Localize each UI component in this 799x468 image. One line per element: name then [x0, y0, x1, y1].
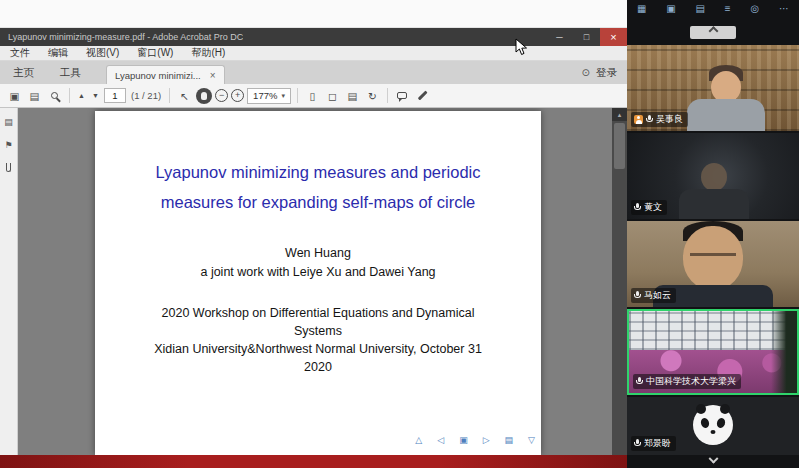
page-count-label: (1 / 21) — [131, 90, 161, 101]
window-title: Lyapunov minimizing-measure.pdf - Adobe … — [0, 32, 243, 42]
participant-tile-3[interactable]: 马如云 — [627, 221, 799, 307]
slide-title: Lyapunov minimizing measures and periodi… — [95, 157, 541, 217]
acrobat-titlebar: Lyapunov minimizing-measure.pdf - Adobe … — [0, 28, 627, 46]
screen: Lyapunov minimizing-measure.pdf - Adobe … — [0, 0, 799, 468]
slide-author: Wen Huang — [95, 244, 541, 263]
shared-screen: Lyapunov minimizing-measure.pdf - Adobe … — [0, 0, 627, 468]
zoom-in-icon[interactable]: + — [231, 89, 244, 102]
minimize-button[interactable]: ─ — [546, 28, 573, 46]
members-icon[interactable]: ≡ — [725, 3, 731, 14]
slide-event-line4: 2020 — [95, 358, 541, 376]
presenter-taskbar — [0, 455, 627, 468]
toolbar-divider — [69, 88, 70, 103]
share-icon[interactable]: ▤ — [696, 3, 705, 14]
participant-tile-4-active-speaker[interactable]: 中国科学技术大学梁兴 — [627, 309, 799, 395]
nav-down-icon[interactable]: ▽ — [528, 435, 535, 445]
slide-event-block: 2020 Workshop on Differential Equations … — [95, 304, 541, 376]
sign-in-button[interactable]: 登录 — [596, 66, 617, 80]
zoom-level-dropdown[interactable]: 177% ▾ — [247, 88, 291, 104]
settings-icon[interactable]: ◎ — [750, 3, 759, 14]
tabbar-right: ⊙ 登录 — [582, 66, 627, 80]
tab-document-label: Lyapunov minimizi... — [115, 70, 201, 81]
save-icon[interactable]: ▣ — [6, 87, 23, 104]
vertical-scrollbar[interactable]: ▴ — [612, 108, 627, 455]
scrollbar-thumb[interactable] — [614, 123, 625, 169]
participant-tile-1[interactable]: 吴事良 — [627, 45, 799, 131]
zoom-level-value: 177% — [253, 90, 277, 101]
menu-edit[interactable]: 编辑 — [48, 46, 68, 60]
panda-avatar — [693, 405, 733, 445]
page-number-input[interactable] — [104, 88, 126, 103]
slide-event-line3: Xidian University&Northwest Normal Unive… — [95, 340, 541, 358]
two-page-view-icon[interactable]: ▤ — [344, 87, 361, 104]
chevron-down-icon — [708, 454, 718, 464]
beamer-navigation-bar: △ ◁ ▣ ▷ ▤ ▽ — [415, 435, 539, 445]
pdf-page: Lyapunov minimizing measures and periodi… — [95, 111, 541, 455]
participant-name: 黄文 — [644, 201, 662, 214]
collapse-panel-button[interactable] — [690, 26, 736, 39]
single-page-view-icon[interactable]: ▯ — [304, 87, 321, 104]
menu-help[interactable]: 帮助(H) — [191, 46, 225, 60]
zoom-out-icon[interactable]: − — [215, 89, 228, 102]
previous-page-icon[interactable]: ▲ — [76, 87, 87, 104]
slide-title-line2: measures for expanding self-maps of circ… — [95, 187, 541, 217]
menu-view[interactable]: 视图(V) — [86, 46, 119, 60]
scrollbar-up-icon[interactable]: ▴ — [612, 108, 627, 121]
glasses — [690, 253, 736, 256]
acrobat-workspace: ▤ ⚑ Lyapunov minimizing measures and per… — [0, 108, 627, 455]
page-thumbnails-icon[interactable]: ▤ — [4, 117, 13, 127]
shared-screen-top-strip — [0, 0, 627, 28]
tab-close-icon[interactable]: × — [210, 70, 216, 81]
chevron-down-icon: ▾ — [281, 92, 285, 100]
meeting-panel: ▦ ▣ ▤ ≡ ◎ ⋯ 吴事良 — [627, 0, 799, 468]
participant-name: 马如云 — [644, 289, 671, 302]
participant-name: 中国科学技术大学梁兴 — [646, 375, 736, 388]
participant-tile-5[interactable]: 郑景盼 — [627, 397, 799, 455]
participant-label: 黄文 — [631, 200, 667, 215]
participant-name: 吴事良 — [656, 113, 683, 126]
print-icon[interactable]: ▤ — [26, 87, 43, 104]
slide-collaboration: a joint work with Leiye Xu and Dawei Yan… — [95, 263, 541, 282]
acrobat-menubar: 文件 编辑 视图(V) 窗口(W) 帮助(H) — [0, 46, 627, 61]
participant-name: 郑景盼 — [644, 437, 671, 450]
bookmarks-icon[interactable]: ⚑ — [4, 140, 12, 150]
nav-left-icon[interactable]: ◁ — [437, 435, 444, 445]
menu-window[interactable]: 窗口(W) — [137, 46, 173, 60]
tab-home[interactable]: 主页 — [0, 61, 47, 84]
participant-label: 吴事良 — [631, 112, 688, 127]
close-button[interactable]: × — [600, 28, 627, 46]
attachments-icon[interactable] — [6, 163, 11, 172]
search-icon[interactable] — [46, 87, 63, 104]
toolbar-divider — [297, 88, 298, 103]
mic-icon — [634, 291, 641, 300]
select-tool-icon[interactable]: ↖ — [176, 87, 193, 104]
speaker-view-icon[interactable]: ▣ — [666, 3, 675, 14]
document-area[interactable]: Lyapunov minimizing measures and periodi… — [18, 108, 612, 455]
rotate-view-icon[interactable]: ↻ — [364, 87, 381, 104]
more-icon[interactable]: ⋯ — [779, 3, 789, 14]
tab-tools[interactable]: 工具 — [47, 61, 94, 84]
gallery-view-icon[interactable]: ▦ — [637, 3, 646, 14]
nav-page-icon[interactable]: ▣ — [459, 435, 468, 445]
maximize-button[interactable]: □ — [573, 28, 600, 46]
scroll-participants-down-button[interactable] — [627, 455, 799, 468]
participant-label: 郑景盼 — [631, 436, 676, 451]
participant-tile-2[interactable]: 黄文 — [627, 133, 799, 219]
next-page-icon[interactable]: ▼ — [90, 87, 101, 104]
toolbar-divider — [387, 88, 388, 103]
fit-width-icon[interactable]: ◻ — [324, 87, 341, 104]
meeting-toolbar: ▦ ▣ ▤ ≡ ◎ ⋯ — [627, 3, 799, 14]
hand-tool-icon[interactable] — [196, 88, 212, 104]
tab-document[interactable]: Lyapunov minimizi... × — [106, 65, 225, 84]
mic-icon — [646, 115, 653, 124]
comment-icon[interactable] — [394, 87, 411, 104]
nav-right-icon[interactable]: ▷ — [483, 435, 490, 445]
mic-icon — [634, 203, 641, 212]
menu-file[interactable]: 文件 — [10, 46, 30, 60]
nav-grid-icon[interactable]: ▤ — [505, 435, 514, 445]
video-feed — [701, 163, 727, 191]
notification-icon[interactable]: ⊙ — [582, 67, 590, 78]
participant-label: 马如云 — [631, 288, 676, 303]
nav-up-icon[interactable]: △ — [415, 435, 422, 445]
draw-pencil-icon[interactable] — [414, 87, 431, 104]
